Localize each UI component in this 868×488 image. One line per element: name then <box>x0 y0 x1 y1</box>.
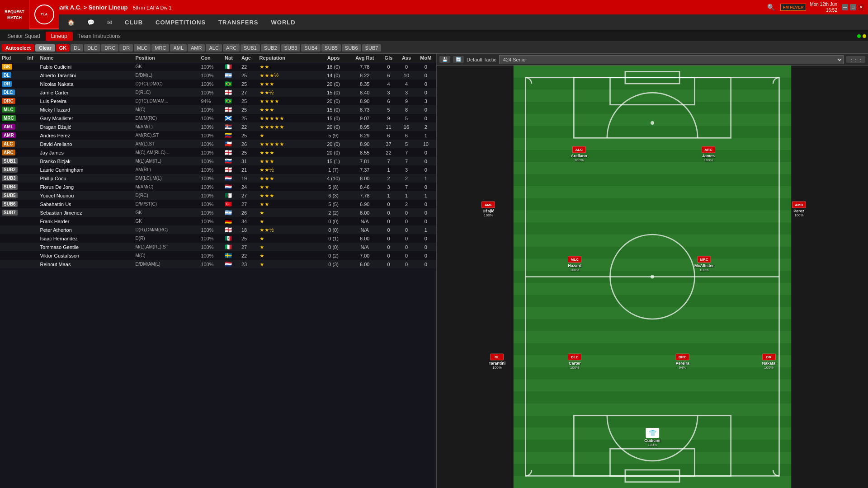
formation-select[interactable]: 424 Senior <box>499 55 844 64</box>
clear-button[interactable]: Clear <box>35 44 55 52</box>
player-gls: 1 <box>380 191 398 200</box>
filter-sub6[interactable]: SUB6 <box>342 44 361 52</box>
table-row[interactable]: AMR Andres Perez AM(RC),ST 100% 🇻🇪 25 ★ … <box>0 131 436 140</box>
nav-bar: 🏠 💬 ✉ CLUB COMPETITIONS TRANSFERS WORLD <box>0 14 868 30</box>
table-row[interactable]: SUB5 Youcef Nounou D(RC) 100% 🇩🇿 27 ★★★ … <box>0 191 436 200</box>
table-row[interactable]: ALC David Arellano AM(L),ST 100% 🇨🇱 26 ★… <box>0 140 436 148</box>
table-row[interactable]: DRC Luis Pereira D(RC),DM/AM... 94% 🇧🇷 2… <box>0 97 436 105</box>
pitch-save-button[interactable]: 💾 <box>439 56 450 63</box>
maximize-button[interactable]: □ <box>850 4 856 10</box>
filter-amr[interactable]: AMR <box>188 44 205 52</box>
close-button[interactable]: ✕ <box>858 4 864 10</box>
nav-chat[interactable]: 💬 <box>81 15 101 29</box>
filter-drc[interactable]: DRC <box>101 44 118 52</box>
table-row[interactable]: SUB7 Sebastian Jimenez GK 100% 🇦🇷 26 ★ 2… <box>0 208 436 217</box>
filter-arc[interactable]: ARC <box>223 44 240 52</box>
minimize-button[interactable]: — <box>842 4 848 10</box>
player-pos: M(C) <box>133 251 199 260</box>
table-row[interactable]: MRC Gary Mcallister DM/M(RC) 100% 🏴󠁧󠁢󠁳󠁣󠁴… <box>0 114 436 122</box>
player-inf <box>25 183 38 191</box>
filter-dl[interactable]: DL <box>71 44 83 52</box>
filter-sub7[interactable]: SUB7 <box>362 44 382 52</box>
tab-team-instructions[interactable]: Team Instructions <box>73 32 126 41</box>
filter-gk[interactable]: GK <box>56 44 70 52</box>
player-apps: 5 (8) <box>317 183 349 191</box>
token-pct: 100% <box>704 158 713 162</box>
pitch-menu-button[interactable]: ⋮⋮⋮ <box>846 56 865 63</box>
player-token-arc[interactable]: ARC James 100% <box>702 146 715 162</box>
nav-home[interactable]: 🏠 <box>61 15 81 29</box>
request-match-button[interactable]: REQUEST MATCH <box>0 0 29 29</box>
table-row[interactable]: ARC Jay James M(C),AM(RLC)... 100% 🏴󠁧󠁢󠁥󠁮… <box>0 148 436 157</box>
player-token-drc[interactable]: DRC Pereira 94% <box>676 353 690 369</box>
table-row[interactable]: DR Nicolas Nakata D(RC),DM(C) 100% 🇧🇷 25… <box>0 80 436 88</box>
table-row[interactable]: Peter Atherton D(R),DM/M(RC) 100% 🏴󠁧󠁢󠁥󠁮󠁧… <box>0 225 436 234</box>
filter-aml[interactable]: AML <box>170 44 187 52</box>
player-apps: 20 (0) <box>317 140 349 148</box>
table-row[interactable]: Tommaso Gentile M(L),AM(RL),ST 100% 🇮🇹 2… <box>0 243 436 251</box>
player-token-gk[interactable]: 👕 Cudicini 100% <box>644 428 660 447</box>
table-row[interactable]: SUB4 Florus De Jong M/AM(C) 100% 🇳🇱 24 ★… <box>0 183 436 191</box>
player-name: Sebastian Jimenez <box>38 208 134 217</box>
player-con: 100% <box>199 234 223 243</box>
filter-dlc[interactable]: DLC <box>84 44 100 52</box>
table-row[interactable]: GK Fabio Cudicini GK 100% 🇮🇹 22 ★★ 18 (0… <box>0 62 436 71</box>
table-row[interactable]: SUB2 Laurie Cunningham AM(RL) 100% 🏴󠁧󠁢󠁥󠁮… <box>0 165 436 174</box>
player-name: Micky Hazard <box>38 105 134 114</box>
autoselect-button[interactable]: Autoselect <box>2 44 34 52</box>
tab-senior-squad[interactable]: Senior Squad <box>2 32 46 41</box>
table-row[interactable]: SUB1 Branko Bizjak M(L),AM(RL) 100% 🇸🇮 3… <box>0 157 436 165</box>
player-pos: D(RC),DM/AM... <box>133 97 199 105</box>
token-pct: 100% <box>492 365 501 369</box>
player-pkd: DR <box>0 80 25 88</box>
player-avg: 8.29 <box>350 131 380 140</box>
player-token-aml[interactable]: AML Džajić 100% <box>481 201 495 217</box>
filter-dr[interactable]: DR <box>119 44 133 52</box>
tab-lineup[interactable]: Lineup <box>46 32 73 41</box>
nav-club[interactable]: CLUB <box>118 15 149 29</box>
table-row[interactable]: Viktor Gustafsson M(C) 100% 🇸🇪 22 ★ 0 (2… <box>0 251 436 260</box>
table-row[interactable]: SUB6 Sabahattin Us D/M/ST(C) 100% 🇹🇷 27 … <box>0 200 436 208</box>
nav-mail[interactable]: ✉ <box>101 15 118 29</box>
player-token-alc[interactable]: ALC Arellano 100% <box>571 146 587 162</box>
player-inf <box>25 251 38 260</box>
filter-mlc[interactable]: MLC <box>134 44 151 52</box>
table-row[interactable]: SUB3 Phillip Cocu DM(LC),M(L) 100% 🇳🇱 19… <box>0 174 436 183</box>
pitch-reload-button[interactable]: 🔄 <box>453 56 464 63</box>
player-con: 100% <box>199 200 223 208</box>
player-token-mlc[interactable]: MLC Hazard 100% <box>568 256 581 272</box>
filter-sub2[interactable]: SUB2 <box>261 44 280 52</box>
player-con: 100% <box>199 243 223 251</box>
player-rep: ★ <box>258 208 317 217</box>
table-row[interactable]: Reinout Maas D/DM/AM(L) 100% 🇳🇱 23 ★ 0 (… <box>0 260 436 268</box>
player-pos: D(RLC) <box>133 88 199 97</box>
filter-sub4[interactable]: SUB4 <box>301 44 321 52</box>
filter-sub1[interactable]: SUB1 <box>241 44 260 52</box>
table-row[interactable]: Isaac Hernandez D(R) 100% 🇲🇽 25 ★ 0 (1) … <box>0 234 436 243</box>
player-con: 100% <box>199 157 223 165</box>
filter-alc[interactable]: ALC <box>206 44 222 52</box>
player-token-mrc[interactable]: MRC McAllister 100% <box>694 256 714 272</box>
player-token-dlc[interactable]: DLC Carter 100% <box>568 353 581 369</box>
table-row[interactable]: MLC Micky Hazard M(C) 100% 🏴󠁧󠁢󠁥󠁮󠁧󠁿 25 ★★… <box>0 105 436 114</box>
filter-sub5[interactable]: SUB5 <box>321 44 341 52</box>
player-token-dl[interactable]: DL Tarantini 100% <box>489 353 505 369</box>
player-ass: 7 <box>397 148 415 157</box>
table-row[interactable]: AML Dragan Džajić M/AM(L) 100% 🇷🇸 22 ★★★… <box>0 122 436 131</box>
table-row[interactable]: DL Alberto Tarantini D/DM(L) 100% 🇦🇷 25 … <box>0 71 436 80</box>
player-rep: ★★½ <box>258 165 317 174</box>
table-row[interactable]: DLC Jamie Carter D(RLC) 100% 🏴󠁧󠁢󠁥󠁮󠁧󠁿 27 … <box>0 88 436 97</box>
player-token-dr[interactable]: DR Nakata 100% <box>762 353 776 369</box>
col-rep: Reputation <box>258 54 317 62</box>
filter-mrc[interactable]: MRC <box>151 44 169 52</box>
player-name: Luis Pereira <box>38 97 134 105</box>
search-icon[interactable]: 🔍 <box>767 4 775 11</box>
nav-world[interactable]: WORLD <box>265 15 302 29</box>
nav-competitions[interactable]: COMPETITIONS <box>149 15 212 29</box>
player-nat: 🏴󠁧󠁢󠁥󠁮󠁧󠁿 <box>223 88 240 97</box>
player-pkd: ARC <box>0 148 25 157</box>
filter-sub3[interactable]: SUB3 <box>281 44 301 52</box>
nav-transfers[interactable]: TRANSFERS <box>212 15 264 29</box>
player-token-amr[interactable]: AMR Perez 100% <box>792 201 806 217</box>
table-row[interactable]: Frank Harder GK 100% 🇩🇪 34 ★ 0 (0) N/A 0… <box>0 217 436 225</box>
